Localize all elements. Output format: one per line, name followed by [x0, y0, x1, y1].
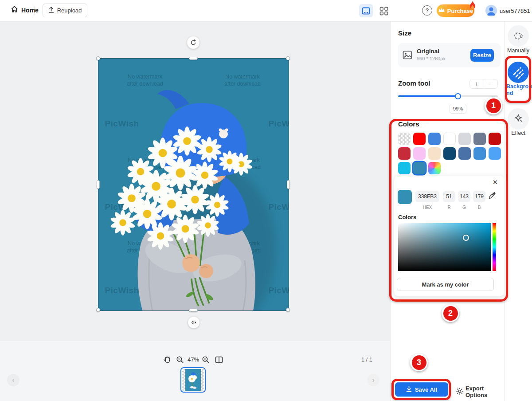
upload-icon: [48, 7, 54, 14]
tool-manually-label: Manually: [505, 47, 532, 54]
left-edge-handle[interactable]: [97, 180, 100, 189]
crown-icon: [438, 7, 445, 14]
zoom-out-button[interactable]: [175, 355, 185, 365]
rotate-handle[interactable]: [187, 36, 200, 49]
flip-horizontal-icon: [191, 320, 197, 325]
tool-effect-label: Effect: [505, 130, 532, 136]
corner-handle-top-left[interactable]: [96, 56, 100, 60]
reupload-button[interactable]: Reupload: [43, 4, 87, 17]
swatch-navy[interactable]: [443, 147, 456, 160]
person-icon: [485, 5, 497, 16]
color-selector-circle[interactable]: [463, 235, 469, 241]
green-input[interactable]: 143: [458, 191, 470, 202]
export-options-button[interactable]: Export Options: [456, 385, 504, 398]
eyedropper-icon[interactable]: [488, 192, 496, 201]
hue-slider[interactable]: [493, 223, 496, 271]
colors-section-title: Colors: [398, 120, 419, 128]
thumbnail-preview: [185, 369, 201, 391]
save-all-label: Save All: [415, 386, 437, 393]
flip-handle[interactable]: [188, 317, 200, 328]
blue-label: B: [473, 205, 485, 210]
green-label: G: [458, 205, 470, 210]
picker-colors-label: Colors: [398, 214, 416, 220]
mark-as-my-color-button[interactable]: Mark as my color: [397, 278, 494, 291]
zoom-in-button[interactable]: [201, 355, 211, 365]
single-view-toggle[interactable]: [359, 4, 373, 17]
color-picker-popup: ✕ 338FB3 51 143 179 HEX R G B Colors Mar…: [394, 176, 504, 296]
prev-image-button[interactable]: ‹: [7, 374, 20, 386]
header-divider: [35, 6, 35, 15]
home-label: Home: [21, 7, 39, 14]
compare-icon: [215, 356, 223, 363]
subject-baby-with-daisies: [98, 59, 289, 311]
swatch-teal[interactable]: [413, 162, 426, 174]
settings-panel: Size Original 960 * 1280px Resize Zoom t…: [390, 21, 504, 401]
tool-effect-button[interactable]: [508, 108, 529, 130]
right-edge-handle[interactable]: [287, 180, 290, 189]
next-image-button[interactable]: ›: [367, 374, 379, 386]
corner-handle-top-right[interactable]: [286, 56, 290, 60]
swatch-dark-red[interactable]: [489, 133, 501, 145]
swatch-pink[interactable]: [413, 147, 426, 160]
swatch-blue[interactable]: [428, 133, 441, 145]
color-swatch-grid: [398, 133, 503, 174]
zoom-value-pill: 99%: [450, 104, 466, 114]
swatch-sky-blue[interactable]: [489, 147, 501, 160]
corner-handle-bottom-left[interactable]: [96, 308, 100, 312]
pan-tool-button[interactable]: [162, 355, 172, 365]
rotate-icon: [190, 39, 196, 46]
resize-button[interactable]: Resize: [470, 49, 494, 62]
tool-manually-button[interactable]: [508, 25, 529, 47]
swatch-light-gray[interactable]: [458, 133, 471, 145]
bottom-edge-handle[interactable]: [189, 309, 198, 312]
swatch-red[interactable]: [413, 133, 426, 145]
image-thumbnail[interactable]: [180, 367, 206, 393]
zoom-slider-fill: [398, 95, 458, 97]
thumbnail-transparency-left: [182, 369, 185, 391]
zoom-slider[interactable]: [398, 95, 498, 97]
help-label: ?: [426, 7, 429, 14]
zoom-stepper: + −: [469, 79, 498, 89]
image-icon: [402, 50, 413, 62]
saturation-value-picker[interactable]: [398, 223, 491, 271]
swatch-white[interactable]: [443, 133, 456, 145]
current-color-swatch: [398, 190, 412, 204]
size-card: Original 960 * 1280px Resize: [398, 43, 501, 67]
canvas-zoom-level: 47%: [185, 356, 201, 363]
grid-view-toggle[interactable]: [378, 5, 390, 17]
zoom-slider-thumb[interactable]: [455, 93, 461, 99]
top-edge-handle[interactable]: [189, 57, 198, 60]
hex-label: HEX: [415, 205, 439, 210]
swatch-cyan[interactable]: [398, 162, 411, 174]
corner-handle-bottom-right[interactable]: [286, 308, 290, 312]
swatch-peach[interactable]: [428, 147, 441, 160]
blue-input[interactable]: 179: [473, 191, 485, 202]
hand-icon: [164, 356, 171, 364]
user-avatar[interactable]: [485, 5, 497, 16]
flame-badge-icon: [468, 0, 477, 12]
close-icon[interactable]: ✕: [491, 178, 500, 187]
zoom-plus-button[interactable]: +: [470, 79, 484, 88]
compare-button[interactable]: [214, 355, 224, 365]
swatch-azure[interactable]: [473, 147, 486, 160]
hex-input[interactable]: 338FB3: [415, 191, 439, 202]
swatch-rainbow[interactable]: [428, 162, 441, 174]
effect-icon: [512, 113, 524, 125]
size-dimensions: 960 * 1280px: [417, 56, 446, 61]
swatch-transparent[interactable]: [398, 133, 411, 145]
canvas-selection[interactable]: No watermarkafter downloadNo watermarkaf…: [98, 58, 289, 311]
reupload-label: Reupload: [57, 7, 82, 14]
size-section-title: Size: [398, 29, 411, 37]
swatch-slate-gray[interactable]: [473, 133, 486, 145]
swatch-crimson[interactable]: [398, 147, 411, 160]
red-input[interactable]: 51: [443, 191, 455, 202]
gear-icon: [456, 388, 463, 396]
canvas-image[interactable]: No watermarkafter downloadNo watermarkaf…: [98, 59, 289, 311]
zoom-out-icon: [176, 356, 184, 364]
swatch-steel-blue[interactable]: [458, 147, 471, 160]
save-all-button[interactable]: Save All: [395, 382, 448, 397]
help-button[interactable]: ?: [422, 5, 432, 16]
tool-background-button[interactable]: [508, 62, 529, 83]
download-icon: [406, 386, 412, 393]
zoom-minus-button[interactable]: −: [484, 79, 498, 88]
